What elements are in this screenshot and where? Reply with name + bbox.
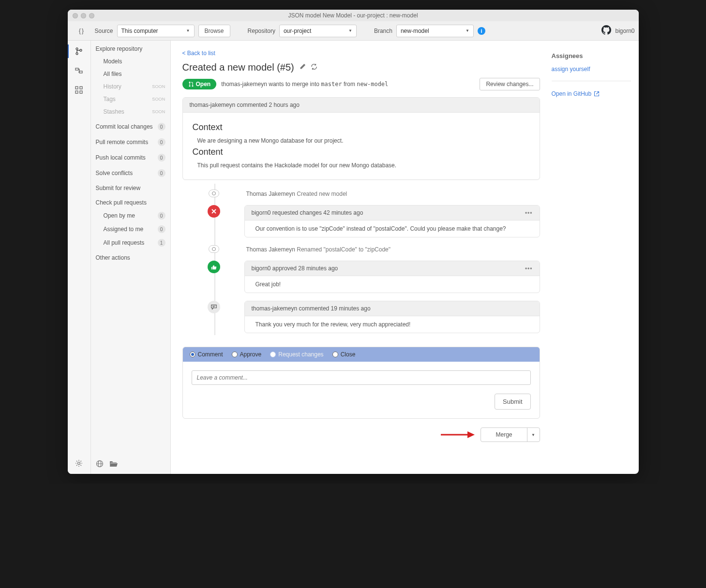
info-icon[interactable]: i <box>478 27 485 35</box>
chevron-down-icon[interactable]: ▼ <box>527 428 540 441</box>
svg-point-9 <box>78 462 80 465</box>
tree-pr-mine[interactable]: Open by me0 <box>91 209 170 222</box>
tree-item-allfiles[interactable]: All files <box>91 68 170 80</box>
svg-rect-8 <box>80 91 82 93</box>
git-pr-icon <box>188 81 194 87</box>
changes-requested-icon <box>208 205 220 218</box>
tree-conflicts[interactable]: Solve conflicts0 <box>91 164 170 180</box>
tree-pr-all[interactable]: All pull requests1 <box>91 236 170 250</box>
chevron-down-icon: ▼ <box>348 29 352 33</box>
approved-icon <box>208 261 220 273</box>
repo-tree: Explore repository Models All files Hist… <box>91 41 171 474</box>
svg-rect-3 <box>75 68 78 70</box>
pr-content: < Back to list Created a new model (#5) … <box>171 41 552 474</box>
tree-item-models[interactable]: Models <box>91 55 170 68</box>
review-head: bigorn0 requested changes 42 minutes ago… <box>245 206 540 220</box>
left-rail <box>68 41 91 474</box>
assign-yourself-link[interactable]: assign yourself <box>552 66 590 73</box>
titlebar: JSON model New Model - our-project : new… <box>68 10 639 21</box>
review-head: thomas-jakemeyn commented 19 minutes ago <box>245 301 540 316</box>
back-link[interactable]: < Back to list <box>182 50 215 57</box>
folder-open-icon[interactable] <box>109 460 118 469</box>
svg-point-14 <box>192 85 193 87</box>
review-card: bigorn0 requested changes 42 minutes ago… <box>244 205 540 237</box>
review-body: Our convention is to use "zipCode" inste… <box>245 220 540 237</box>
window-title: JSON model New Model - our-project : new… <box>288 12 418 19</box>
opt-comment[interactable]: Comment <box>190 351 223 358</box>
svg-point-2 <box>80 49 82 51</box>
submit-button[interactable]: Submit <box>495 394 530 410</box>
repo-label: Repository <box>248 28 275 34</box>
svg-point-1 <box>76 53 78 55</box>
minimize-window-icon[interactable] <box>81 13 86 18</box>
desc-p-context: We are designing a new Mongo database fo… <box>197 137 530 144</box>
tree-commit[interactable]: Commit local changes0 <box>91 118 170 133</box>
svg-rect-6 <box>80 87 82 89</box>
chevron-down-icon: ▼ <box>186 29 190 33</box>
comment-input[interactable] <box>192 370 531 385</box>
commit-marker-icon <box>209 245 219 253</box>
opt-approve[interactable]: Approve <box>232 351 262 358</box>
review-body: Thank you very much for the review, very… <box>245 316 540 333</box>
opt-request: Request changes <box>270 351 323 358</box>
review-card: bigorn0 approved 28 minutes ago••• Great… <box>244 261 540 293</box>
open-github-link[interactable]: Open in GitHub <box>552 90 600 97</box>
rail-diagram-icon[interactable] <box>71 64 87 77</box>
tree-item-stashes: StashesSOON <box>91 105 170 118</box>
svg-point-13 <box>189 85 190 87</box>
arrow-icon <box>441 430 475 439</box>
tree-push[interactable]: Push local commits0 <box>91 149 170 164</box>
github-icon <box>601 25 611 37</box>
globe-icon[interactable] <box>96 460 104 469</box>
svg-point-0 <box>76 48 78 50</box>
review-body: Great job! <box>245 276 540 293</box>
desc-head: thomas-jakemeyn commented 2 hours ago <box>183 98 540 113</box>
desc-h-content: Content <box>193 147 530 157</box>
tree-check-pr[interactable]: Check pull requests <box>91 194 170 209</box>
username: bigorn0 <box>615 28 634 34</box>
comment-icon <box>208 301 220 313</box>
rail-grid-icon[interactable] <box>71 83 87 97</box>
rail-git-icon[interactable] <box>71 44 87 58</box>
tree-item-tags: TagsSOON <box>91 93 170 105</box>
app-window: JSON model New Model - our-project : new… <box>68 10 639 474</box>
commit-line: Thomas Jakemeyn Created new model <box>246 190 347 197</box>
repo-select[interactable]: our-project▼ <box>279 25 357 37</box>
close-window-icon[interactable] <box>73 13 78 18</box>
traffic-lights <box>73 13 94 18</box>
user-block[interactable]: bigorn0 <box>601 25 634 37</box>
opt-close[interactable]: Close <box>332 351 356 358</box>
tree-item-history: HistorySOON <box>91 80 170 93</box>
review-card: thomas-jakemeyn commented 19 minutes ago… <box>244 301 540 333</box>
desc-p-content: This pull request contains the Hackolade… <box>197 162 530 169</box>
timeline: Thomas Jakemeyn Created new model bigorn… <box>182 184 540 335</box>
rail-settings-icon[interactable] <box>71 456 87 470</box>
model-icon: { } <box>79 27 83 34</box>
assignees-title: Assignees <box>552 52 631 64</box>
merge-button[interactable]: Merge ▼ <box>481 427 540 442</box>
tree-submit-review[interactable]: Submit for review <box>91 180 170 194</box>
branch-select[interactable]: new-model▼ <box>396 25 474 37</box>
svg-rect-5 <box>75 87 78 89</box>
more-icon[interactable]: ••• <box>525 209 533 216</box>
tree-pr-assigned[interactable]: Assigned to me0 <box>91 222 170 236</box>
source-select[interactable]: This computer▼ <box>117 25 195 37</box>
pr-description-card: thomas-jakemeyn commented 2 hours ago Co… <box>182 97 540 180</box>
review-head: bigorn0 approved 28 minutes ago••• <box>245 261 540 276</box>
chevron-down-icon: ▼ <box>466 29 469 33</box>
zoom-window-icon[interactable] <box>89 13 94 18</box>
more-icon[interactable]: ••• <box>525 265 533 272</box>
refresh-icon[interactable] <box>311 63 317 72</box>
action-tabs: Comment Approve Request changes Close <box>183 347 540 362</box>
svg-marker-16 <box>467 431 475 438</box>
review-changes-button[interactable]: Review changes... <box>480 78 540 90</box>
browse-button[interactable]: Browse <box>198 25 230 37</box>
svg-rect-7 <box>75 91 78 93</box>
tree-pull[interactable]: Pull remote commits0 <box>91 133 170 149</box>
source-label: Source <box>95 28 113 34</box>
merge-text: thomas-jakemeyn wants to merge into mast… <box>221 81 388 88</box>
edit-icon[interactable] <box>299 63 306 72</box>
right-sidebar: Assignees assign yourself Open in GitHub <box>552 41 639 474</box>
external-link-icon <box>594 91 600 97</box>
tree-other[interactable]: Other actions <box>91 250 170 264</box>
